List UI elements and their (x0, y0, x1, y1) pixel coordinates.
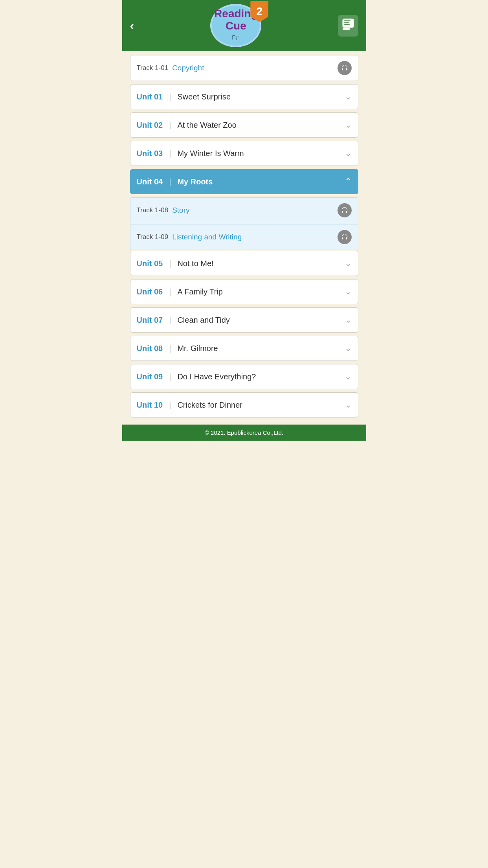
unit-title: Sweet Surprise (177, 92, 231, 101)
divider: | (169, 121, 171, 130)
chevron-up-icon: ⌃ (345, 177, 352, 187)
unit-label: Unit 07 (137, 316, 163, 325)
svg-rect-3 (344, 22, 349, 23)
unit-title: A Family Trip (177, 287, 223, 296)
track-item-109[interactable]: Track 1-09 Listening and Writing (130, 224, 358, 250)
back-button[interactable]: ‹ (130, 18, 134, 33)
divider: | (169, 287, 171, 296)
track-label: Track 1-01 (137, 64, 169, 72)
item-left: Unit 01 | Sweet Surprise (137, 92, 231, 101)
divider: | (169, 259, 171, 268)
item-left: Track 1-09 Listening and Writing (137, 233, 242, 241)
chevron-down-icon: ⌄ (345, 120, 352, 130)
item-left: Unit 06 | A Family Trip (137, 287, 223, 296)
unit-item-01[interactable]: Unit 01 | Sweet Surprise ⌄ (130, 84, 358, 109)
app-header: ‹ Reading Cue ☞ 2 (122, 0, 366, 51)
chevron-down-icon: ⌄ (345, 400, 352, 410)
unit-title: Mr. Gilmore (177, 344, 218, 353)
unit-item-06[interactable]: Unit 06 | A Family Trip ⌄ (130, 279, 358, 304)
unit-title: Clean and Tidy (177, 316, 229, 325)
audio-button[interactable] (338, 61, 352, 75)
unit-label: Unit 06 (137, 287, 163, 296)
unit-item-02[interactable]: Unit 02 | At the Water Zoo ⌄ (130, 112, 358, 138)
unit-item-05[interactable]: Unit 05 | Not to Me! ⌄ (130, 251, 358, 276)
item-left: Unit 05 | Not to Me! (137, 259, 214, 268)
chevron-down-icon: ⌄ (345, 315, 352, 325)
svg-rect-1 (343, 28, 350, 30)
copyright-text: © 2021. Epublickorea Co.,Ltd. (205, 429, 283, 436)
unit-title: My Winter Is Warm (177, 149, 244, 158)
item-left: Unit 10 | Crickets for Dinner (137, 401, 243, 410)
svg-rect-4 (344, 24, 350, 25)
item-left: Unit 07 | Clean and Tidy (137, 316, 230, 325)
track-title: Story (172, 206, 189, 215)
item-left: Unit 02 | At the Water Zoo (137, 121, 237, 130)
headphone-icon (341, 233, 349, 241)
track-item-copyright[interactable]: Track 1-01 Copyright (130, 55, 358, 81)
unit-label: Unit 03 (137, 149, 163, 158)
track-item-108[interactable]: Track 1-08 Story (130, 197, 358, 223)
unit-label: Unit 10 (137, 401, 163, 410)
divider: | (169, 344, 171, 353)
unit-label: Unit 05 (137, 259, 163, 268)
svg-rect-2 (344, 20, 350, 21)
chevron-down-icon: ⌄ (345, 371, 352, 382)
chevron-down-icon: ⌄ (345, 92, 352, 102)
chevron-down-icon: ⌄ (345, 148, 352, 158)
divider: | (169, 92, 171, 101)
unit-item-03[interactable]: Unit 03 | My Winter Is Warm ⌄ (130, 141, 358, 166)
logo-finger-icon: ☞ (214, 32, 257, 43)
track-title: Listening and Writing (172, 233, 242, 241)
logo-container: Reading Cue ☞ 2 (210, 4, 261, 47)
unit-title: My Roots (177, 177, 213, 186)
unit-item-10[interactable]: Unit 10 | Crickets for Dinner ⌄ (130, 392, 358, 417)
main-content: Track 1-01 Copyright Unit 01 | Sweet Sur… (122, 51, 366, 425)
unit-title: Do I Have Everything? (177, 372, 256, 381)
track-label: Track 1-09 (137, 233, 169, 241)
track-title: Copyright (172, 64, 204, 72)
chevron-down-icon: ⌄ (345, 258, 352, 268)
headphone-icon (341, 64, 349, 72)
divider: | (169, 316, 171, 325)
divider: | (169, 149, 171, 158)
audio-button[interactable] (338, 203, 352, 217)
unit-item-08[interactable]: Unit 08 | Mr. Gilmore ⌄ (130, 336, 358, 361)
track-label: Track 1-08 (137, 206, 169, 214)
unit-item-07[interactable]: Unit 07 | Clean and Tidy ⌄ (130, 307, 358, 333)
item-left: Unit 04 | My Roots (137, 177, 213, 186)
unit-label: Unit 04 (137, 177, 163, 186)
unit-label: Unit 08 (137, 344, 163, 353)
chevron-down-icon: ⌄ (345, 287, 352, 297)
unit-item-04[interactable]: Unit 04 | My Roots ⌃ (130, 169, 358, 194)
unit-label: Unit 09 (137, 372, 163, 381)
divider: | (169, 177, 171, 186)
unit-label: Unit 02 (137, 121, 163, 130)
unit-item-09[interactable]: Unit 09 | Do I Have Everything? ⌄ (130, 364, 358, 389)
item-left: Track 1-08 Story (137, 206, 190, 215)
divider: | (169, 372, 171, 381)
item-left: Unit 09 | Do I Have Everything? (137, 372, 256, 381)
audio-button[interactable] (338, 230, 352, 244)
account-button[interactable] (338, 15, 358, 37)
unit-title: Not to Me! (177, 259, 213, 268)
unit-label: Unit 01 (137, 92, 163, 101)
unit-title: Crickets for Dinner (177, 401, 242, 410)
item-left: Unit 08 | Mr. Gilmore (137, 344, 218, 353)
account-icon (341, 17, 355, 31)
item-left: Track 1-01 Copyright (137, 64, 204, 72)
divider: | (169, 401, 171, 410)
chevron-down-icon: ⌄ (345, 343, 352, 353)
item-left: Unit 03 | My Winter Is Warm (137, 149, 244, 158)
unit-title: At the Water Zoo (177, 121, 236, 130)
app-footer: © 2021. Epublickorea Co.,Ltd. (122, 425, 366, 441)
headphone-icon (341, 206, 349, 214)
